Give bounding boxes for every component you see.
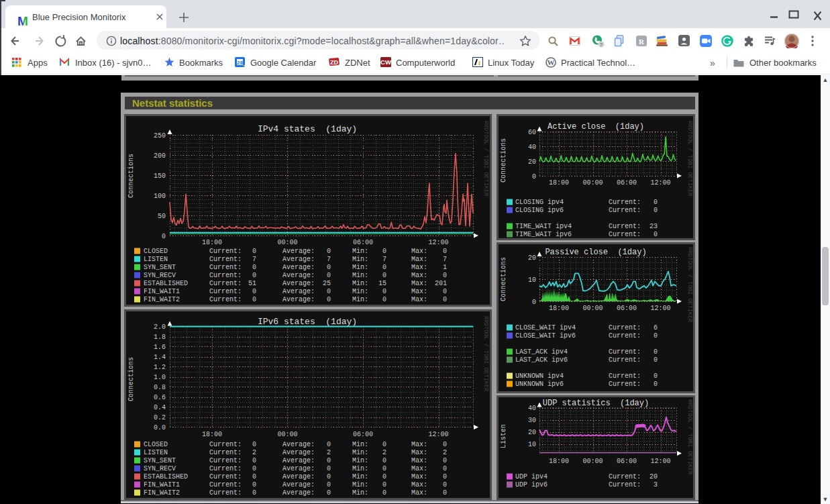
svg-text:20: 20 bbox=[528, 254, 536, 262]
svg-text:CLOSE_WAIT ipv6: CLOSE_WAIT ipv6 bbox=[515, 332, 576, 340]
svg-text:0: 0 bbox=[443, 489, 447, 497]
svg-text:7: 7 bbox=[327, 256, 331, 263]
svg-text:FIN_WAIT1: FIN_WAIT1 bbox=[144, 288, 180, 295]
svg-text:CLOSING ipv4: CLOSING ipv4 bbox=[515, 199, 564, 206]
svg-text:12:00: 12:00 bbox=[650, 458, 670, 465]
svg-text:Current:: Current: bbox=[609, 356, 641, 364]
svg-text:0: 0 bbox=[252, 264, 256, 271]
svg-text:0: 0 bbox=[327, 481, 331, 489]
svg-text:0: 0 bbox=[382, 288, 386, 295]
svg-text:SYN_RECV: SYN_RECV bbox=[144, 465, 176, 472]
svg-text:Current:: Current: bbox=[209, 248, 242, 255]
svg-text:CLOSED: CLOSED bbox=[144, 248, 168, 255]
svg-text:0: 0 bbox=[654, 231, 658, 238]
svg-text:Current:: Current: bbox=[209, 280, 242, 287]
svg-text:Current:: Current: bbox=[209, 264, 242, 271]
svg-text:Min:: Min: bbox=[352, 473, 368, 481]
svg-text:0: 0 bbox=[162, 233, 166, 240]
svg-text:0.0: 0.0 bbox=[154, 424, 166, 432]
svg-text:0: 0 bbox=[382, 473, 386, 481]
svg-text:0: 0 bbox=[443, 296, 447, 303]
svg-text:3: 3 bbox=[654, 481, 658, 489]
svg-text:IPv4 states (1day): IPv4 states (1day) bbox=[258, 124, 357, 134]
svg-text:50: 50 bbox=[158, 213, 166, 220]
svg-text:12:00: 12:00 bbox=[650, 305, 670, 312]
svg-text:0: 0 bbox=[327, 465, 331, 472]
svg-text:Average:: Average: bbox=[282, 280, 315, 287]
svg-text:Current:: Current: bbox=[609, 481, 641, 489]
svg-text:UNKNOWN ipv4: UNKNOWN ipv4 bbox=[515, 372, 564, 380]
svg-text:Current:: Current: bbox=[609, 348, 641, 356]
svg-text:12:00: 12:00 bbox=[650, 179, 670, 187]
svg-text:Min:: Min: bbox=[352, 288, 368, 295]
svg-text:LAST_ACK ipv4: LAST_ACK ipv4 bbox=[515, 348, 568, 356]
svg-text:60: 60 bbox=[528, 129, 536, 136]
svg-text:0: 0 bbox=[532, 173, 536, 181]
svg-text:0: 0 bbox=[252, 441, 256, 448]
svg-text:0: 0 bbox=[654, 372, 658, 380]
svg-text:FIN_WAIT1: FIN_WAIT1 bbox=[144, 481, 180, 489]
svg-text:0: 0 bbox=[654, 356, 658, 364]
svg-text:00:00: 00:00 bbox=[277, 431, 297, 438]
svg-text:Max:: Max: bbox=[411, 481, 427, 489]
svg-text:Min:: Min: bbox=[352, 457, 368, 464]
svg-text:40: 40 bbox=[528, 144, 536, 151]
svg-text:0: 0 bbox=[654, 332, 658, 340]
svg-text:SYN_SENT: SYN_SENT bbox=[144, 457, 176, 464]
svg-text:15: 15 bbox=[378, 280, 386, 287]
svg-text:0: 0 bbox=[382, 465, 386, 472]
svg-text:Min:: Min: bbox=[352, 296, 368, 303]
svg-text:00:00: 00:00 bbox=[582, 179, 603, 187]
svg-text:Connections: Connections bbox=[500, 138, 507, 183]
svg-text:Max:: Max: bbox=[411, 465, 427, 472]
svg-text:Max:: Max: bbox=[411, 441, 427, 448]
svg-text:0: 0 bbox=[382, 489, 386, 497]
svg-text:0: 0 bbox=[382, 272, 386, 279]
svg-text:0: 0 bbox=[382, 481, 386, 489]
svg-text:Current:: Current: bbox=[609, 473, 641, 481]
svg-text:1: 1 bbox=[443, 264, 447, 271]
svg-text:0: 0 bbox=[252, 481, 256, 489]
svg-text:00:00: 00:00 bbox=[582, 458, 603, 465]
svg-text:250: 250 bbox=[154, 132, 166, 140]
svg-text:0: 0 bbox=[443, 473, 447, 481]
svg-text:RRDTOOL / TOBI OETIKER: RRDTOOL / TOBI OETIKER bbox=[686, 121, 693, 196]
svg-text:18:00: 18:00 bbox=[202, 239, 222, 246]
svg-text:ESTABLISHED: ESTABLISHED bbox=[144, 280, 188, 287]
svg-text:0: 0 bbox=[327, 272, 331, 279]
svg-text:Max:: Max: bbox=[411, 288, 427, 295]
svg-text:0: 0 bbox=[654, 199, 658, 206]
svg-text:UNKNOWN ipv6: UNKNOWN ipv6 bbox=[515, 381, 564, 388]
svg-text:Average:: Average: bbox=[282, 264, 315, 271]
svg-text:0: 0 bbox=[532, 299, 536, 306]
svg-text:20: 20 bbox=[528, 158, 536, 166]
svg-text:Min:: Min: bbox=[352, 280, 368, 287]
svg-text:0: 0 bbox=[252, 457, 256, 464]
svg-text:10: 10 bbox=[528, 276, 536, 284]
svg-text:Max:: Max: bbox=[411, 280, 427, 287]
svg-text:0: 0 bbox=[382, 248, 386, 255]
svg-text:UDP statistics (1day): UDP statistics (1day) bbox=[543, 399, 649, 408]
svg-text:Average:: Average: bbox=[282, 457, 315, 464]
svg-text:0.2: 0.2 bbox=[154, 414, 166, 421]
svg-text:2: 2 bbox=[252, 449, 256, 456]
svg-text:6: 6 bbox=[654, 324, 658, 332]
svg-text:0: 0 bbox=[252, 288, 256, 295]
svg-text:18:00: 18:00 bbox=[549, 179, 569, 187]
svg-text:0: 0 bbox=[252, 465, 256, 472]
svg-text:0: 0 bbox=[382, 264, 386, 271]
svg-text:0.4: 0.4 bbox=[154, 404, 166, 411]
svg-text:0: 0 bbox=[382, 457, 386, 464]
svg-text:10: 10 bbox=[528, 441, 536, 448]
svg-text:12:00: 12:00 bbox=[428, 431, 448, 438]
svg-text:Min:: Min: bbox=[352, 441, 368, 448]
svg-text:0: 0 bbox=[327, 489, 331, 497]
svg-text:06:00: 06:00 bbox=[617, 179, 637, 187]
svg-text:0: 0 bbox=[382, 441, 386, 448]
svg-text:Current:: Current: bbox=[209, 457, 242, 464]
svg-text:Average:: Average: bbox=[282, 288, 315, 295]
svg-text:0: 0 bbox=[382, 296, 386, 303]
svg-text:RRDTOOL / TOBI OETIKER: RRDTOOL / TOBI OETIKER bbox=[482, 121, 489, 196]
svg-text:CLOSING ipv6: CLOSING ipv6 bbox=[515, 207, 564, 214]
svg-text:0: 0 bbox=[252, 489, 256, 497]
